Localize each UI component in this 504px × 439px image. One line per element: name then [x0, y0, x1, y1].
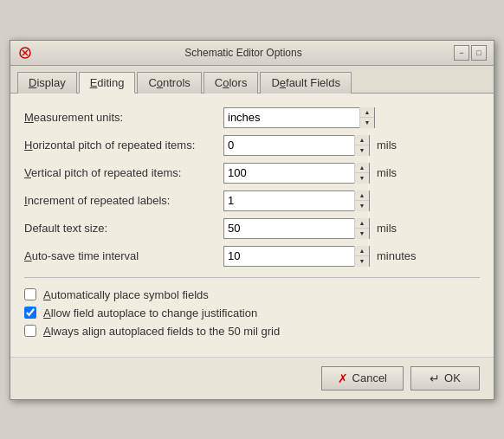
allow-field-autoplace-label: Allow field autoplace to change justific…	[43, 307, 257, 320]
autosave-interval-spinner: ▲ ▼	[354, 246, 369, 267]
horizontal-pitch-spinner: ▲ ▼	[354, 135, 369, 156]
autosave-interval-input-wrapper: ▲ ▼	[223, 246, 370, 267]
vertical-pitch-control: ▲ ▼ mils	[223, 163, 397, 184]
default-text-size-up[interactable]: ▲	[355, 218, 369, 229]
vertical-pitch-input-wrapper: ▲ ▼	[223, 163, 370, 184]
horizontal-pitch-input[interactable]	[224, 136, 354, 155]
always-align-label: Always align autoplaced fields to the 50…	[43, 325, 280, 338]
autosave-interval-up[interactable]: ▲	[355, 246, 369, 257]
vertical-pitch-unit: mils	[377, 166, 397, 179]
titlebar: Schematic Editor Options − □	[10, 41, 494, 66]
vertical-pitch-spinner: ▲ ▼	[354, 163, 369, 184]
allow-field-autoplace-checkbox[interactable]	[24, 307, 36, 319]
always-align-row: Always align autoplaced fields to the 50…	[24, 325, 480, 338]
vertical-pitch-up[interactable]: ▲	[355, 163, 369, 174]
tab-colors[interactable]: Colors	[204, 72, 259, 94]
titlebar-controls: − □	[454, 45, 487, 61]
measurement-units-label: Measurement units:	[24, 111, 223, 124]
default-text-size-spinner: ▲ ▼	[354, 218, 369, 239]
auto-place-symbol-checkbox[interactable]	[24, 288, 36, 300]
cancel-button[interactable]: ✗ Cancel	[321, 366, 404, 391]
horizontal-pitch-row: Horizontal pitch of repeated items: ▲ ▼ …	[24, 135, 480, 156]
horizontal-pitch-down[interactable]: ▼	[355, 145, 369, 156]
increment-labels-spinner: ▲ ▼	[354, 190, 369, 211]
increment-labels-label: Increment of repeated labels:	[24, 194, 223, 207]
measurement-units-spinner: ▲ ▼	[359, 107, 374, 128]
tab-display[interactable]: Display	[17, 72, 77, 94]
increment-labels-up[interactable]: ▲	[355, 190, 369, 202]
autosave-interval-label: Auto-save time interval	[24, 249, 223, 262]
content-area: Measurement units: inches millimeters ▲ …	[10, 94, 494, 357]
increment-labels-input-wrapper: ▲ ▼	[223, 190, 370, 211]
measurement-units-up[interactable]: ▲	[360, 107, 374, 119]
maximize-button[interactable]: □	[471, 45, 487, 61]
autosave-interval-row: Auto-save time interval ▲ ▼ minutes	[24, 246, 480, 267]
measurement-units-down[interactable]: ▼	[360, 118, 374, 128]
dialog: Schematic Editor Options − □ Display Edi…	[10, 40, 494, 400]
horizontal-pitch-control: ▲ ▼ mils	[223, 135, 397, 156]
vertical-pitch-label: Vertical pitch of repeated items:	[24, 166, 223, 179]
default-text-size-input[interactable]	[224, 219, 354, 238]
horizontal-pitch-unit: mils	[377, 139, 397, 152]
horizontal-pitch-input-wrapper: ▲ ▼	[223, 135, 370, 156]
dialog-title: Schematic Editor Options	[33, 47, 454, 59]
horizontal-pitch-up[interactable]: ▲	[355, 135, 369, 146]
allow-field-autoplace-row: Allow field autoplace to change justific…	[24, 307, 480, 320]
vertical-pitch-row: Vertical pitch of repeated items: ▲ ▼ mi…	[24, 163, 480, 184]
auto-place-symbol-row: Automatically place symbol fields	[24, 288, 480, 301]
vertical-pitch-input[interactable]	[224, 164, 354, 183]
separator	[24, 277, 480, 278]
always-align-checkbox[interactable]	[24, 325, 36, 337]
app-icon	[17, 45, 33, 61]
ok-button[interactable]: ↵ OK	[410, 366, 480, 391]
cancel-icon: ✗	[338, 371, 348, 385]
autosave-interval-unit: minutes	[377, 249, 417, 262]
autosave-interval-input[interactable]	[224, 247, 354, 266]
horizontal-pitch-label: Horizontal pitch of repeated items:	[24, 139, 223, 152]
ok-icon: ↵	[430, 371, 440, 385]
default-text-size-input-wrapper: ▲ ▼	[223, 218, 370, 239]
tab-controls[interactable]: Controls	[137, 72, 201, 94]
cancel-label: Cancel	[352, 371, 387, 384]
footer: ✗ Cancel ↵ OK	[10, 357, 494, 399]
default-text-size-control: ▲ ▼ mils	[223, 218, 397, 239]
minimize-button[interactable]: −	[454, 45, 469, 61]
autosave-interval-down[interactable]: ▼	[355, 256, 369, 267]
measurement-units-select[interactable]: inches millimeters	[224, 108, 359, 127]
measurement-units-control: inches millimeters ▲ ▼	[223, 107, 375, 128]
increment-labels-input[interactable]	[224, 191, 354, 210]
measurement-units-row: Measurement units: inches millimeters ▲ …	[24, 107, 480, 128]
default-text-size-unit: mils	[377, 222, 397, 235]
default-text-size-down[interactable]: ▼	[355, 229, 369, 239]
auto-place-symbol-label: Automatically place symbol fields	[43, 288, 209, 301]
increment-labels-down[interactable]: ▼	[355, 201, 369, 211]
default-text-size-label: Default text size:	[24, 222, 223, 235]
increment-labels-control: ▲ ▼	[223, 190, 370, 211]
increment-labels-row: Increment of repeated labels: ▲ ▼	[24, 190, 480, 211]
tab-bar: Display Editing Controls Colors Default …	[10, 66, 494, 94]
ok-label: OK	[444, 371, 461, 384]
autosave-interval-control: ▲ ▼ minutes	[223, 246, 417, 267]
tab-default-fields[interactable]: Default Fields	[260, 72, 352, 94]
measurement-units-select-wrapper: inches millimeters ▲ ▼	[223, 107, 375, 128]
default-text-size-row: Default text size: ▲ ▼ mils	[24, 218, 480, 239]
tab-editing[interactable]: Editing	[79, 72, 136, 94]
vertical-pitch-down[interactable]: ▼	[355, 173, 369, 184]
